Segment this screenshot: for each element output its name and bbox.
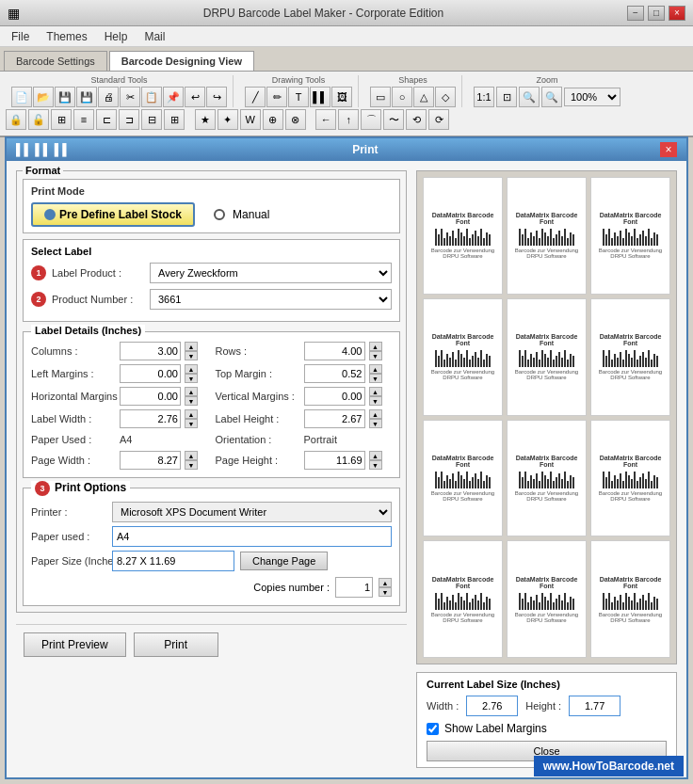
tb-arrow1-button[interactable]: ←	[315, 109, 336, 130]
shape-triangle-button[interactable]: △	[413, 87, 434, 107]
dialog-close-button[interactable]: ×	[660, 142, 677, 157]
app-close-button[interactable]: ×	[669, 6, 685, 21]
zoom-in-button[interactable]: 🔍	[519, 87, 540, 107]
height-down[interactable]: ▼	[369, 419, 382, 428]
print-preview-button[interactable]: Print Preview	[24, 632, 126, 657]
pw-down[interactable]: ▼	[185, 460, 198, 470]
print-button[interactable]: 🖨	[98, 87, 119, 107]
label-height-input[interactable]	[304, 409, 365, 428]
redo-button[interactable]: ↪	[206, 87, 227, 107]
shape-ellipse-button[interactable]: ○	[392, 87, 412, 107]
ls-width-input[interactable]	[466, 696, 518, 716]
tb-arrow2-button[interactable]: ↑	[338, 109, 359, 130]
top-margin-input[interactable]	[304, 364, 365, 383]
rows-input[interactable]	[304, 342, 365, 360]
tb-unlock-button[interactable]: 🔓	[28, 109, 49, 130]
paper-size-input[interactable]	[112, 551, 234, 571]
tb-special-button[interactable]: ⊕	[263, 109, 283, 130]
horiz-up[interactable]: ▲	[185, 387, 198, 396]
change-page-button[interactable]: Change Page	[240, 552, 328, 570]
horiz-down[interactable]: ▼	[185, 396, 198, 406]
show-margins-checkbox[interactable]	[427, 723, 439, 735]
page-height-input[interactable]	[304, 451, 365, 470]
label-width-input[interactable]	[120, 409, 181, 428]
vert-down[interactable]: ▼	[369, 396, 382, 406]
menu-themes[interactable]: Themes	[39, 28, 94, 45]
printer-select[interactable]: Microsoft XPS Document Writer Adobe PDF …	[112, 502, 392, 522]
draw-barcode-button[interactable]: ▌▌	[310, 87, 330, 107]
ls-height-input[interactable]	[569, 696, 620, 716]
tb-word-button[interactable]: W	[240, 109, 261, 130]
zoom-out-button[interactable]: 🔍	[541, 87, 562, 107]
top-margin-up[interactable]: ▲	[369, 364, 382, 374]
undo-button[interactable]: ↩	[185, 87, 205, 107]
tb-send-back-button[interactable]: ⊟	[141, 109, 162, 130]
copies-input[interactable]	[335, 577, 373, 598]
tb-wave-button[interactable]: 〜	[383, 109, 404, 130]
horiz-margins-input[interactable]	[120, 387, 181, 406]
save-button[interactable]: 💾	[55, 87, 75, 107]
pre-define-radio[interactable]: Pre Define Label Stock	[31, 202, 195, 227]
columns-input[interactable]	[120, 342, 181, 360]
vert-margins-input[interactable]	[304, 387, 365, 406]
tb-more1-button[interactable]: ⟲	[406, 109, 427, 130]
tb-star2-button[interactable]: ✦	[218, 109, 238, 130]
left-margins-input[interactable]	[120, 364, 181, 383]
tb-ungroup-button[interactable]: ⊐	[119, 109, 139, 130]
paste-button[interactable]: 📌	[163, 87, 184, 107]
top-margin-down[interactable]: ▼	[369, 374, 382, 383]
width-down[interactable]: ▼	[185, 419, 198, 428]
left-margins-down[interactable]: ▼	[185, 374, 198, 383]
shape-rect-button[interactable]: ▭	[370, 87, 391, 107]
zoom-1to1-button[interactable]: 1:1	[474, 87, 494, 107]
ph-up[interactable]: ▲	[369, 451, 382, 460]
copy-button[interactable]: 📋	[141, 87, 162, 107]
tb-curve-button[interactable]: ⌒	[361, 109, 381, 130]
tb-bring-front-button[interactable]: ⊞	[164, 109, 185, 130]
label-product-select[interactable]: Avery Zweckform Avery Herlitz	[150, 263, 392, 283]
tab-barcode-designing[interactable]: Barcode Designing View	[109, 51, 254, 71]
columns-up[interactable]: ▲	[185, 342, 198, 351]
height-up[interactable]: ▲	[369, 409, 382, 419]
menu-file[interactable]: File	[4, 28, 37, 45]
rows-down[interactable]: ▼	[369, 351, 382, 360]
print-action-button[interactable]: Print	[134, 632, 218, 657]
ph-down[interactable]: ▼	[369, 460, 382, 470]
menu-help[interactable]: Help	[97, 28, 136, 45]
draw-line-button[interactable]: ╱	[245, 87, 266, 107]
barcode-bars-5	[603, 348, 658, 367]
draw-image-button[interactable]: 🖼	[331, 87, 352, 107]
product-number-select[interactable]: 3661 3480 3483	[150, 289, 392, 310]
tb-star1-button[interactable]: ★	[195, 109, 216, 130]
tb-align-button[interactable]: ≡	[73, 109, 94, 130]
minimize-button[interactable]: −	[627, 6, 644, 21]
tb-group-button[interactable]: ⊏	[96, 109, 117, 130]
menu-mail[interactable]: Mail	[137, 28, 172, 45]
tb-grid-button[interactable]: ⊞	[51, 109, 72, 130]
page-width-input[interactable]	[120, 451, 181, 470]
draw-text-button[interactable]: T	[288, 87, 309, 107]
vert-up[interactable]: ▲	[369, 387, 382, 396]
manual-radio[interactable]: Manual	[214, 208, 269, 221]
tb-more2-button[interactable]: ⟳	[428, 109, 449, 130]
save-as-button[interactable]: 💾	[76, 87, 97, 107]
copies-down[interactable]: ▼	[379, 587, 392, 597]
paper-used-po-input[interactable]	[112, 526, 392, 547]
width-up[interactable]: ▲	[185, 409, 198, 419]
maximize-button[interactable]: □	[648, 6, 665, 21]
pw-up[interactable]: ▲	[185, 451, 198, 460]
rows-up[interactable]: ▲	[369, 342, 382, 351]
cut-button[interactable]: ✂	[120, 87, 140, 107]
draw-pencil-button[interactable]: ✏	[266, 87, 287, 107]
new-button[interactable]: 📄	[11, 87, 32, 107]
shape-diamond-button[interactable]: ◇	[435, 87, 456, 107]
tb-lock-button[interactable]: 🔒	[6, 109, 26, 130]
open-button[interactable]: 📂	[33, 87, 54, 107]
tab-barcode-settings[interactable]: Barcode Settings	[4, 51, 107, 71]
zoom-fit-button[interactable]: ⊡	[496, 87, 517, 107]
copies-up[interactable]: ▲	[379, 578, 392, 587]
left-margins-up[interactable]: ▲	[185, 364, 198, 374]
tb-special2-button[interactable]: ⊗	[285, 109, 306, 130]
columns-down[interactable]: ▼	[185, 351, 198, 360]
zoom-select[interactable]: 100% 50% 75% 150%	[564, 88, 620, 106]
